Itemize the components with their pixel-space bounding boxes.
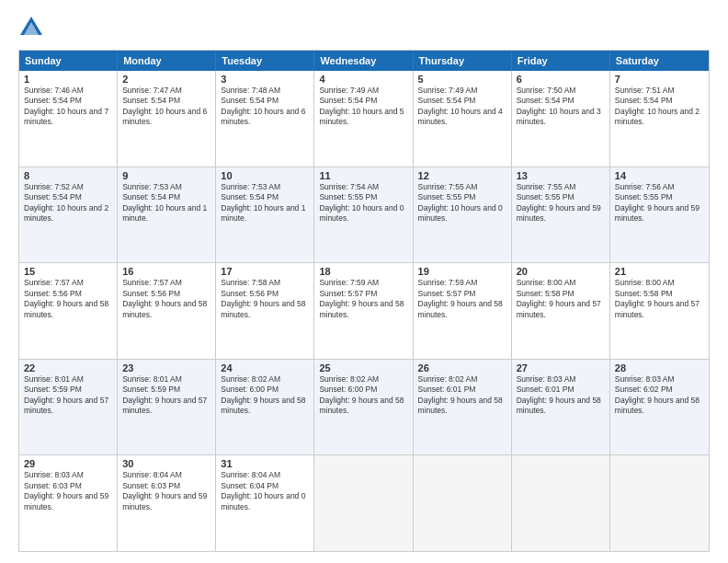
cell-day: 10	[221, 170, 309, 181]
cell-info: Sunrise: 8:04 AMSunset: 6:04 PMDaylight:…	[221, 470, 309, 512]
calendar-cell: 24Sunrise: 8:02 AMSunset: 6:00 PMDayligh…	[216, 360, 314, 455]
cell-info: Sunrise: 7:48 AMSunset: 5:54 PMDaylight:…	[221, 86, 309, 128]
calendar-cell: 20Sunrise: 8:00 AMSunset: 5:58 PMDayligh…	[512, 263, 610, 359]
calendar-cell: 7Sunrise: 7:51 AMSunset: 5:54 PMDaylight…	[610, 71, 709, 167]
calendar-cell-empty	[512, 455, 610, 551]
calendar-cell: 23Sunrise: 8:01 AMSunset: 5:59 PMDayligh…	[118, 360, 216, 455]
cell-info: Sunrise: 7:55 AMSunset: 5:55 PMDaylight:…	[517, 182, 605, 224]
cell-info: Sunrise: 7:50 AMSunset: 5:54 PMDaylight:…	[517, 86, 605, 128]
calendar-cell: 10Sunrise: 7:53 AMSunset: 5:54 PMDayligh…	[216, 167, 314, 263]
calendar-cell: 16Sunrise: 7:57 AMSunset: 5:56 PMDayligh…	[118, 263, 216, 359]
cell-info: Sunrise: 7:49 AMSunset: 5:54 PMDaylight:…	[319, 86, 407, 128]
cell-info: Sunrise: 8:03 AMSunset: 6:02 PMDaylight:…	[615, 374, 704, 417]
weekday-header: Monday	[118, 51, 216, 71]
calendar-body: 1Sunrise: 7:46 AMSunset: 5:54 PMDaylight…	[19, 71, 709, 551]
calendar-cell: 18Sunrise: 7:59 AMSunset: 5:57 PMDayligh…	[314, 263, 413, 359]
cell-info: Sunrise: 7:56 AMSunset: 5:55 PMDaylight:…	[615, 182, 704, 224]
cell-info: Sunrise: 7:49 AMSunset: 5:54 PMDaylight:…	[418, 86, 506, 128]
calendar-cell: 2Sunrise: 7:47 AMSunset: 5:54 PMDaylight…	[118, 71, 216, 167]
calendar-cell: 29Sunrise: 8:03 AMSunset: 6:03 PMDayligh…	[19, 455, 118, 551]
cell-day: 11	[319, 170, 407, 181]
cell-day: 24	[221, 362, 309, 373]
calendar-row: 15Sunrise: 7:57 AMSunset: 5:56 PMDayligh…	[19, 262, 709, 359]
cell-day: 22	[24, 362, 112, 373]
cell-info: Sunrise: 7:58 AMSunset: 5:56 PMDaylight:…	[221, 278, 309, 320]
calendar-cell: 27Sunrise: 8:03 AMSunset: 6:01 PMDayligh…	[512, 360, 610, 455]
calendar-cell: 19Sunrise: 7:59 AMSunset: 5:57 PMDayligh…	[414, 263, 512, 359]
calendar-cell: 21Sunrise: 8:00 AMSunset: 5:58 PMDayligh…	[610, 263, 709, 359]
logo	[18, 15, 48, 40]
calendar-row: 29Sunrise: 8:03 AMSunset: 6:03 PMDayligh…	[19, 454, 709, 551]
cell-day: 18	[319, 266, 407, 277]
cell-info: Sunrise: 8:03 AMSunset: 6:03 PMDaylight:…	[24, 470, 112, 512]
calendar-cell: 22Sunrise: 8:01 AMSunset: 5:59 PMDayligh…	[19, 360, 118, 455]
calendar-cell: 4Sunrise: 7:49 AMSunset: 5:54 PMDaylight…	[314, 71, 413, 167]
calendar-row: 1Sunrise: 7:46 AMSunset: 5:54 PMDaylight…	[19, 71, 709, 167]
calendar-cell: 31Sunrise: 8:04 AMSunset: 6:04 PMDayligh…	[216, 455, 314, 551]
cell-info: Sunrise: 8:04 AMSunset: 6:03 PMDaylight:…	[122, 470, 210, 512]
cell-info: Sunrise: 7:51 AMSunset: 5:54 PMDaylight:…	[615, 86, 704, 128]
cell-day: 25	[319, 362, 407, 373]
cell-day: 23	[122, 362, 210, 373]
calendar-cell: 1Sunrise: 7:46 AMSunset: 5:54 PMDaylight…	[19, 71, 118, 167]
cell-day: 2	[122, 74, 210, 85]
cell-info: Sunrise: 8:02 AMSunset: 6:00 PMDaylight:…	[319, 374, 407, 417]
cell-day: 9	[122, 170, 210, 181]
cell-info: Sunrise: 7:52 AMSunset: 5:54 PMDaylight:…	[24, 182, 112, 224]
calendar-cell: 12Sunrise: 7:55 AMSunset: 5:55 PMDayligh…	[414, 167, 512, 263]
cell-day: 30	[122, 458, 210, 469]
calendar-cell: 28Sunrise: 8:03 AMSunset: 6:02 PMDayligh…	[610, 360, 709, 455]
calendar-cell: 5Sunrise: 7:49 AMSunset: 5:54 PMDaylight…	[414, 71, 512, 167]
cell-info: Sunrise: 8:01 AMSunset: 5:59 PMDaylight:…	[24, 374, 112, 417]
calendar: SundayMondayTuesdayWednesdayThursdayFrid…	[18, 50, 710, 552]
calendar-cell-empty	[610, 455, 709, 551]
cell-day: 7	[615, 74, 704, 85]
cell-info: Sunrise: 7:57 AMSunset: 5:56 PMDaylight:…	[122, 278, 210, 320]
cell-day: 28	[615, 362, 704, 373]
cell-info: Sunrise: 8:02 AMSunset: 6:01 PMDaylight:…	[418, 374, 506, 417]
calendar-cell: 3Sunrise: 7:48 AMSunset: 5:54 PMDaylight…	[216, 71, 314, 167]
cell-day: 19	[418, 266, 506, 277]
calendar-row: 8Sunrise: 7:52 AMSunset: 5:54 PMDaylight…	[19, 167, 709, 263]
cell-day: 20	[517, 266, 605, 277]
calendar-cell: 11Sunrise: 7:54 AMSunset: 5:55 PMDayligh…	[314, 167, 413, 263]
cell-info: Sunrise: 7:54 AMSunset: 5:55 PMDaylight:…	[319, 182, 407, 224]
cell-info: Sunrise: 8:00 AMSunset: 5:58 PMDaylight:…	[517, 278, 605, 320]
calendar-cell: 17Sunrise: 7:58 AMSunset: 5:56 PMDayligh…	[216, 263, 314, 359]
logo-icon	[18, 15, 44, 40]
cell-info: Sunrise: 7:53 AMSunset: 5:54 PMDaylight:…	[122, 182, 210, 224]
weekday-header: Tuesday	[216, 51, 314, 71]
cell-day: 15	[24, 266, 112, 277]
calendar-cell: 15Sunrise: 7:57 AMSunset: 5:56 PMDayligh…	[19, 263, 118, 359]
calendar-cell: 14Sunrise: 7:56 AMSunset: 5:55 PMDayligh…	[610, 167, 709, 263]
cell-info: Sunrise: 7:55 AMSunset: 5:55 PMDaylight:…	[418, 182, 506, 224]
cell-day: 1	[24, 74, 112, 85]
cell-info: Sunrise: 7:46 AMSunset: 5:54 PMDaylight:…	[24, 86, 112, 128]
cell-day: 8	[24, 170, 112, 181]
cell-day: 16	[122, 266, 210, 277]
calendar-row: 22Sunrise: 8:01 AMSunset: 5:59 PMDayligh…	[19, 359, 709, 455]
calendar-cell: 8Sunrise: 7:52 AMSunset: 5:54 PMDaylight…	[19, 167, 118, 263]
weekday-header: Wednesday	[314, 51, 413, 71]
calendar-cell-empty	[314, 455, 413, 551]
weekday-header: Thursday	[414, 51, 512, 71]
calendar-cell-empty	[414, 455, 512, 551]
header	[18, 15, 710, 40]
cell-info: Sunrise: 8:02 AMSunset: 6:00 PMDaylight:…	[221, 374, 309, 417]
cell-day: 27	[517, 362, 605, 373]
cell-info: Sunrise: 7:59 AMSunset: 5:57 PMDaylight:…	[418, 278, 506, 320]
cell-info: Sunrise: 7:57 AMSunset: 5:56 PMDaylight:…	[24, 278, 112, 320]
cell-day: 12	[418, 170, 506, 181]
cell-info: Sunrise: 7:59 AMSunset: 5:57 PMDaylight:…	[319, 278, 407, 320]
calendar-cell: 13Sunrise: 7:55 AMSunset: 5:55 PMDayligh…	[512, 167, 610, 263]
cell-info: Sunrise: 7:47 AMSunset: 5:54 PMDaylight:…	[122, 86, 210, 128]
cell-day: 14	[615, 170, 704, 181]
cell-day: 4	[319, 74, 407, 85]
cell-day: 13	[517, 170, 605, 181]
cell-day: 26	[418, 362, 506, 373]
calendar-header: SundayMondayTuesdayWednesdayThursdayFrid…	[19, 51, 709, 71]
calendar-cell: 30Sunrise: 8:04 AMSunset: 6:03 PMDayligh…	[118, 455, 216, 551]
cell-day: 29	[24, 458, 112, 469]
cell-info: Sunrise: 8:03 AMSunset: 6:01 PMDaylight:…	[517, 374, 605, 417]
calendar-cell: 6Sunrise: 7:50 AMSunset: 5:54 PMDaylight…	[512, 71, 610, 167]
